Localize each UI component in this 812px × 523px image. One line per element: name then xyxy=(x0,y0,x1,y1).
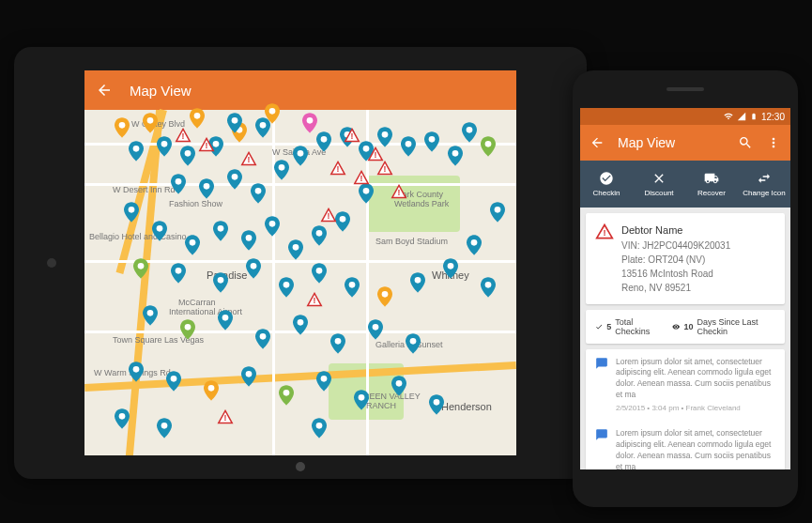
map-alert-pin[interactable]: ! xyxy=(353,170,370,185)
back-arrow-icon[interactable] xyxy=(590,135,605,150)
map-pin[interactable] xyxy=(246,258,261,279)
back-arrow-icon[interactable] xyxy=(96,82,113,99)
map-pin[interactable] xyxy=(490,202,505,223)
recover-button[interactable]: Recover xyxy=(685,161,738,208)
map-pin[interactable] xyxy=(279,277,294,298)
map-pin[interactable] xyxy=(180,319,195,340)
map-pin[interactable] xyxy=(312,418,327,438)
map-alert-pin[interactable]: ! xyxy=(376,161,393,176)
map-pin[interactable] xyxy=(129,361,144,382)
map-pin[interactable] xyxy=(424,131,439,152)
svg-point-14 xyxy=(298,150,304,157)
map-pin[interactable] xyxy=(288,239,303,260)
svg-point-21 xyxy=(452,150,459,157)
map-alert-pin[interactable]: ! xyxy=(175,128,192,143)
map-pin[interactable] xyxy=(241,230,256,251)
map-pin[interactable] xyxy=(124,202,139,223)
map-pin[interactable] xyxy=(185,235,200,255)
map-pin[interactable] xyxy=(152,221,167,241)
map-pin[interactable] xyxy=(481,277,496,298)
map-pin[interactable] xyxy=(312,263,327,284)
map-pin[interactable] xyxy=(213,221,228,241)
more-vert-icon[interactable] xyxy=(766,135,781,150)
map-pin[interactable] xyxy=(354,390,369,410)
map-pin[interactable] xyxy=(251,183,266,204)
map-pin[interactable] xyxy=(481,136,496,157)
map-pin[interactable] xyxy=(265,103,280,124)
svg-text:!: ! xyxy=(351,131,354,141)
map-pin[interactable] xyxy=(302,113,317,133)
map-pin[interactable] xyxy=(330,333,345,354)
phone-content[interactable]: ! Debtor Name VIN: JH2PC04409K20031 Plat… xyxy=(580,208,790,469)
map-alert-pin[interactable]: ! xyxy=(240,151,257,166)
map-pin[interactable] xyxy=(115,408,130,429)
map-canvas[interactable]: W Oakey BlvdW Sahara AveW Desert Inn RdF… xyxy=(84,110,516,455)
map-pin[interactable] xyxy=(279,385,294,406)
map-pin[interactable] xyxy=(443,258,458,279)
map-pin[interactable] xyxy=(171,263,186,284)
map-alert-pin[interactable]: ! xyxy=(198,137,215,152)
map-pin[interactable] xyxy=(241,366,256,387)
map-pin[interactable] xyxy=(115,117,130,138)
map-pin[interactable] xyxy=(157,418,172,438)
map-alert-pin[interactable]: ! xyxy=(391,184,407,199)
map-pin[interactable] xyxy=(312,225,327,246)
tablet-home-button[interactable] xyxy=(296,462,305,471)
map-alert-pin[interactable]: ! xyxy=(344,128,360,143)
map-pin[interactable] xyxy=(467,235,482,255)
map-pin[interactable] xyxy=(368,319,383,340)
svg-point-38 xyxy=(316,268,323,274)
map-pin[interactable] xyxy=(190,108,205,129)
map-pin[interactable] xyxy=(129,141,144,162)
map-pin[interactable] xyxy=(448,146,463,166)
map-pin[interactable] xyxy=(227,113,242,133)
map-pin[interactable] xyxy=(316,131,331,152)
map-pin[interactable] xyxy=(410,272,425,293)
map-pin[interactable] xyxy=(255,329,270,349)
map-pin[interactable] xyxy=(377,286,392,307)
map-alert-pin[interactable]: ! xyxy=(367,146,384,162)
map-pin[interactable] xyxy=(293,146,308,166)
map-pin[interactable] xyxy=(391,376,406,396)
svg-point-26 xyxy=(190,239,196,246)
map-pin[interactable] xyxy=(180,146,195,166)
map-pin[interactable] xyxy=(143,305,158,326)
map-pin[interactable] xyxy=(171,174,186,194)
map-pin[interactable] xyxy=(429,394,444,415)
checkin-button[interactable]: Checkin xyxy=(580,161,633,208)
search-icon[interactable] xyxy=(738,135,753,150)
map-pin[interactable] xyxy=(316,371,331,392)
map-pin[interactable] xyxy=(157,136,172,157)
svg-point-54 xyxy=(246,371,253,377)
map-pin[interactable] xyxy=(401,136,416,157)
map-alert-pin[interactable]: ! xyxy=(306,292,323,307)
svg-point-32 xyxy=(340,216,346,223)
map-pin[interactable] xyxy=(199,178,214,199)
map-pin[interactable] xyxy=(406,333,421,354)
map-pin[interactable] xyxy=(335,211,350,232)
map-alert-pin[interactable]: ! xyxy=(320,208,337,223)
map-alert-pin[interactable]: ! xyxy=(217,409,234,424)
change-icon-button[interactable]: Change Icon xyxy=(738,161,790,208)
map-pin[interactable] xyxy=(204,380,219,401)
x-icon xyxy=(651,171,666,186)
map-pin[interactable] xyxy=(377,127,392,147)
svg-point-59 xyxy=(434,399,440,406)
map-pin[interactable] xyxy=(133,258,148,279)
map-pin[interactable] xyxy=(143,113,158,133)
map-pin[interactable] xyxy=(345,277,360,298)
note-item[interactable]: Lorem ipsum dolor sit amet, consectetuer… xyxy=(586,421,785,469)
map-pin[interactable] xyxy=(166,371,181,392)
map-pin[interactable] xyxy=(462,122,477,143)
discount-button[interactable]: Discount xyxy=(633,161,685,208)
map-pin[interactable] xyxy=(274,160,289,180)
map-pin[interactable] xyxy=(227,169,242,190)
map-alert-pin[interactable]: ! xyxy=(329,161,346,176)
svg-point-18 xyxy=(382,131,389,138)
map-pin[interactable] xyxy=(218,310,233,331)
map-pin[interactable] xyxy=(213,272,228,293)
map-pin[interactable] xyxy=(293,315,308,335)
note-item[interactable]: Lorem ipsum dolor sit amet, consectetuer… xyxy=(586,349,785,422)
map-pin[interactable] xyxy=(359,183,374,204)
map-pin[interactable] xyxy=(265,216,280,237)
